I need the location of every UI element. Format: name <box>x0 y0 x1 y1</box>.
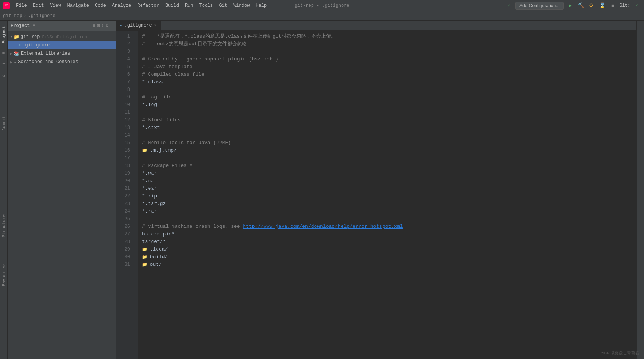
menu-help[interactable]: Help <box>253 0 270 11</box>
gutter-fold <box>133 31 138 359</box>
code-line: # Created by .ignore support plugin (hsz… <box>142 56 636 63</box>
code-line: hs_err_pid* <box>142 230 636 238</box>
add-configuration-button[interactable]: Add Configuration... <box>515 2 564 10</box>
breadcrumb-part-1[interactable]: .gitignore <box>28 13 55 19</box>
menu-run[interactable]: Run <box>182 0 196 11</box>
code-line <box>142 86 636 94</box>
code-line: *.class <box>142 78 636 86</box>
run-icon[interactable]: ▶ <box>566 2 574 10</box>
sidebar-structure-label[interactable]: Structure <box>2 211 6 241</box>
code-line: # Compiled class file <box>142 71 636 78</box>
tree-item-scratches[interactable]: ▶ ✏️ Scratches and Consoles <box>8 58 116 66</box>
tree-item-gitignore[interactable]: ▪ .gitignore <box>8 41 116 49</box>
breadcrumb-part-0[interactable]: git-rep <box>3 13 22 19</box>
left-sidebar-icons: Project ⊞ ≡ ⚙ — Commit Structure Favorit… <box>0 21 8 359</box>
code-line: # BlueJ files <box>142 116 636 124</box>
gitignore-label: .gitignore <box>22 43 50 48</box>
sidebar-favorites-label[interactable]: Favorites <box>2 260 6 290</box>
sidebar-icon-4[interactable]: — <box>2 81 5 93</box>
panel-title: Project <box>11 23 30 29</box>
title-bar: P File Edit View Navigate Code Analyze R… <box>0 0 644 11</box>
tree-item-root[interactable]: ▼ 📁 git-rep F:\SrcFile\git-rep <box>8 33 116 41</box>
root-label: git-rep <box>21 34 40 40</box>
menu-build[interactable]: Build <box>162 0 182 11</box>
tab-close-button[interactable]: × <box>154 24 157 28</box>
panel-icon-locate[interactable]: ⊕ <box>93 23 95 29</box>
menu-bar: File Edit View Navigate Code Analyze Ref… <box>13 0 270 11</box>
menu-code[interactable]: Code <box>92 0 109 11</box>
menu-navigate[interactable]: Navigate <box>64 0 92 11</box>
right-vertical-panel <box>636 21 644 359</box>
code-line <box>142 109 636 116</box>
code-line <box>142 154 636 162</box>
code-line: *.ctxt <box>142 124 636 132</box>
git-check-icon[interactable]: ✓ <box>633 2 641 10</box>
profile-icon[interactable]: ⌛ <box>598 2 606 10</box>
root-folder-icon: 📁 <box>14 34 19 40</box>
menu-git[interactable]: Git <box>216 0 231 11</box>
window-title: git-rep - .gitignore <box>294 3 349 8</box>
code-line: 📁 .idea/ <box>142 246 636 253</box>
panel-icon-close[interactable]: — <box>110 23 112 29</box>
watermark: CSDN @夏殿灬青葛石 <box>599 350 639 356</box>
code-line: ### Java template <box>142 63 636 71</box>
code-line: # virtual machine crash logs, see http:/… <box>142 223 636 230</box>
code-content[interactable]: # *是通配符，*.class的意思是.class文件在上传到git时都会忽略，… <box>138 31 636 359</box>
panel-icon-sort[interactable]: ↕ <box>101 23 104 29</box>
code-line: *.tar.gz <box>142 200 636 208</box>
scratches-label: Scratches and Consoles <box>18 59 78 65</box>
panel-dropdown-icon[interactable]: ▼ <box>33 24 35 28</box>
code-line: # Package Files # <box>142 162 636 170</box>
tab-gitignore[interactable]: ▪ .gitignore × <box>116 21 161 30</box>
ext-libs-icon: 📚 <box>14 51 19 57</box>
menu-view[interactable]: View <box>47 0 64 11</box>
code-line: *.war <box>142 170 636 177</box>
code-line: # *是通配符，*.class的意思是.class文件在上传到git时都会忽略，… <box>142 33 636 40</box>
menu-window[interactable]: Window <box>230 0 253 11</box>
code-line: target/* <box>142 238 636 246</box>
breadcrumb: git-rep › .gitignore <box>0 11 644 21</box>
code-line <box>142 132 636 139</box>
sidebar-commit-label[interactable]: Commit <box>2 112 6 135</box>
coverage-icon[interactable]: ⟳ <box>587 2 596 10</box>
code-editor[interactable]: 1234567891011121314151617181920212223242… <box>116 31 636 359</box>
code-line <box>142 215 636 223</box>
menu-analyze[interactable]: Analyze <box>109 0 134 11</box>
menu-file[interactable]: File <box>13 0 30 11</box>
menu-edit[interactable]: Edit <box>30 0 47 11</box>
sidebar-icon-2[interactable]: ≡ <box>2 59 5 70</box>
code-line: 📁 out/ <box>142 261 636 268</box>
editor-tabs: ▪ .gitignore × <box>116 21 636 31</box>
root-arrow: ▼ <box>9 35 14 39</box>
scratches-icon: ✏️ <box>14 59 16 65</box>
panel-header: Project ▼ ⊕ ⊟ ↕ ⚙ — <box>8 21 116 31</box>
code-line: *.nar <box>142 177 636 185</box>
code-line: 📁 build/ <box>142 253 636 261</box>
title-right-actions: ✓ Add Configuration... ▶ 🔨 ⟳ ⌛ ◼ Git: ✓ <box>505 2 641 10</box>
code-line: 📁 .mtj.tmp/ <box>142 147 636 154</box>
stop-icon[interactable]: ◼ <box>609 2 617 10</box>
build-icon[interactable]: 🔨 <box>577 2 585 10</box>
breadcrumb-sep: › <box>24 13 26 19</box>
panel-header-icons: ⊕ ⊟ ↕ ⚙ — <box>93 23 112 29</box>
tree-item-external-libs[interactable]: ▶ 📚 External Libraries <box>8 49 116 58</box>
panel-icon-collapse[interactable]: ⊟ <box>97 23 100 29</box>
project-panel: Project ▼ ⊕ ⊟ ↕ ⚙ — ▼ 📁 git-rep F:\SrcFi… <box>8 21 116 359</box>
tab-filename: .gitignore <box>125 23 152 28</box>
check-icon[interactable]: ✓ <box>505 2 513 10</box>
code-line: # Mobile Tools for Java (J2ME) <box>142 139 636 147</box>
project-tree: ▼ 📁 git-rep F:\SrcFile\git-rep ▪ .gitign… <box>8 31 116 359</box>
code-line: *.log <box>142 101 636 109</box>
sidebar-icon-1[interactable]: ⊞ <box>2 47 5 59</box>
app-logo: P <box>3 2 10 9</box>
ext-libs-arrow: ▶ <box>9 52 14 56</box>
root-path: F:\SrcFile\git-rep <box>42 35 87 39</box>
menu-tools[interactable]: Tools <box>196 0 216 11</box>
ext-libs-label: External Libraries <box>21 51 70 56</box>
editor-area: ▪ .gitignore × 1234567891011121314151617… <box>116 21 636 359</box>
sidebar-icon-3[interactable]: ⚙ <box>2 70 5 81</box>
code-line <box>142 48 636 56</box>
sidebar-project-label[interactable]: Project <box>2 22 6 47</box>
panel-icon-settings[interactable]: ⚙ <box>106 23 108 29</box>
menu-refactor[interactable]: Refactor <box>134 0 162 11</box>
